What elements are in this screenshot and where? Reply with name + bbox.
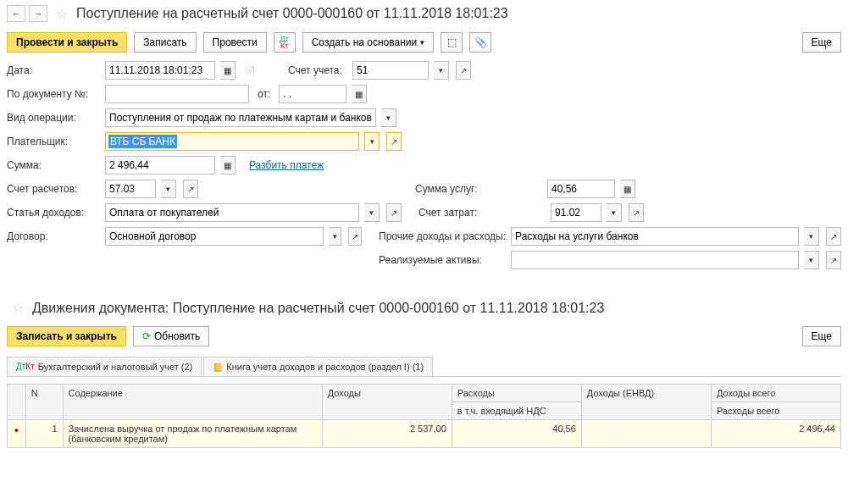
income-dropdown-icon[interactable]: ▾ bbox=[364, 203, 380, 222]
refresh-label: Обновить bbox=[154, 330, 200, 342]
assets-input[interactable] bbox=[511, 251, 799, 269]
income-label: Статья доходов: bbox=[7, 207, 100, 219]
assets-dropdown-icon[interactable]: ▾ bbox=[804, 251, 819, 269]
attachment-button[interactable]: 📎 bbox=[469, 32, 491, 53]
save-button[interactable]: Записать bbox=[134, 32, 196, 53]
create-based-label: Создать на основании bbox=[312, 36, 418, 48]
col-desc: Содержание bbox=[63, 385, 322, 420]
sum-label: Сумма: bbox=[7, 159, 100, 171]
mov-save-close-button[interactable]: Записать и закрыть bbox=[7, 326, 126, 346]
movements-title: Движения документа: Поступление на расче… bbox=[32, 301, 604, 316]
contract-ext-icon[interactable]: ↗ bbox=[348, 227, 362, 246]
movements-star-icon[interactable]: ☆ bbox=[12, 300, 24, 316]
date-label: Дата: bbox=[7, 64, 100, 76]
structure-button[interactable]: ⬚ bbox=[441, 32, 463, 53]
account-dropdown-icon[interactable]: ▾ bbox=[434, 61, 449, 80]
col-expense: Расходы bbox=[452, 385, 581, 402]
refresh-button[interactable]: ⟳ Обновить bbox=[133, 326, 209, 346]
payer-label: Плательщик: bbox=[7, 136, 100, 147]
row-bullet-icon: • bbox=[14, 424, 19, 437]
cost-acc-dropdown-icon[interactable]: ▾ bbox=[607, 203, 622, 222]
dtkt-button[interactable]: ДтКт bbox=[274, 32, 296, 53]
account-input[interactable] bbox=[352, 61, 429, 80]
from-calendar-icon[interactable]: ▦ bbox=[352, 85, 367, 103]
other-dropdown-icon[interactable]: ▾ bbox=[804, 227, 819, 246]
contract-dropdown-icon[interactable]: ▾ bbox=[329, 227, 342, 246]
account-label: Счет учета: bbox=[288, 64, 347, 76]
optype-label: Вид операции: bbox=[7, 112, 100, 124]
payer-dropdown-icon[interactable]: ▾ bbox=[364, 132, 380, 151]
cell-total: 2 496,44 bbox=[711, 420, 840, 448]
page-title: Поступление на расчетный счет 0000-00016… bbox=[76, 6, 508, 21]
refresh-icon: ⟳ bbox=[142, 330, 151, 342]
from-input[interactable] bbox=[279, 85, 346, 103]
settle-input[interactable] bbox=[105, 180, 156, 198]
book-icon: 📒 bbox=[213, 363, 223, 372]
payer-value: ВТБ СБ БАНК bbox=[108, 135, 177, 148]
optype-input[interactable] bbox=[105, 108, 376, 127]
account-ext-icon[interactable]: ↗ bbox=[456, 61, 471, 80]
from-label: от: bbox=[258, 88, 270, 100]
tab2-label: Книга учета доходов и расходов (раздел I… bbox=[226, 362, 424, 372]
cell-income: 2 537,00 bbox=[322, 420, 452, 448]
payer-input-wrapper[interactable]: ВТБ СБ БАНК bbox=[105, 132, 359, 151]
other-ext-icon[interactable]: ↗ bbox=[826, 227, 841, 246]
tab1-label: Бухгалтерский и налоговый учет (2) bbox=[38, 362, 193, 372]
favorite-star-icon[interactable]: ☆ bbox=[56, 6, 68, 22]
sum-calc-icon[interactable]: ▦ bbox=[220, 156, 236, 174]
contract-label: Договор: bbox=[7, 230, 100, 242]
date-ext-icon[interactable]: 📄 bbox=[242, 61, 258, 80]
docnum-input[interactable] bbox=[105, 85, 249, 103]
post-close-button[interactable]: Провести и закрыть bbox=[7, 32, 127, 53]
nav-back-button[interactable]: ← bbox=[7, 5, 25, 22]
optype-dropdown-icon[interactable]: ▾ bbox=[381, 108, 396, 127]
cell-expense: 40,56 bbox=[452, 420, 581, 448]
contract-input[interactable] bbox=[105, 227, 324, 246]
assets-label: Реализуемые активы: bbox=[379, 254, 506, 266]
cell-n: 1 bbox=[25, 420, 63, 448]
col-total: Доходы всего bbox=[711, 385, 840, 402]
income-input[interactable] bbox=[105, 203, 359, 222]
mov-more-button[interactable]: Еще bbox=[802, 326, 841, 346]
col-exp-total: Расходы всего bbox=[711, 402, 840, 420]
col-income: Доходы bbox=[322, 385, 452, 420]
settle-label: Счет расчетов: bbox=[7, 183, 100, 195]
sum-input[interactable] bbox=[105, 156, 215, 174]
docnum-label: По документу №: bbox=[7, 88, 100, 100]
service-sum-input[interactable] bbox=[547, 180, 615, 198]
table-row[interactable]: • 1 Зачислена выручка от продаж по плате… bbox=[8, 420, 841, 448]
dtkt-icon: ДтКт bbox=[16, 363, 35, 370]
cost-acc-label: Счет затрат: bbox=[418, 207, 546, 219]
col-n: N bbox=[25, 385, 63, 420]
payer-ext-icon[interactable]: ↗ bbox=[386, 132, 402, 151]
create-based-button[interactable]: Создать на основании ▾ bbox=[302, 32, 435, 53]
assets-ext-icon[interactable]: ↗ bbox=[826, 251, 841, 269]
more-button[interactable]: Еще bbox=[802, 32, 841, 53]
split-payment-link[interactable]: Разбить платеж bbox=[249, 159, 324, 171]
calendar-icon[interactable]: ▦ bbox=[220, 61, 236, 80]
cell-envd bbox=[581, 420, 711, 448]
income-ext-icon[interactable]: ↗ bbox=[386, 203, 402, 222]
date-input[interactable] bbox=[105, 61, 215, 80]
col-vat: в т.ч. входящий НДС bbox=[452, 402, 581, 420]
cost-acc-ext-icon[interactable]: ↗ bbox=[629, 203, 644, 222]
tab-accounting[interactable]: ДтКт Бухгалтерский и налоговый учет (2) bbox=[7, 357, 202, 376]
tab-income-book[interactable]: 📒 Книга учета доходов и расходов (раздел… bbox=[203, 357, 433, 376]
col-marker bbox=[8, 385, 26, 420]
movements-table: N Содержание Доходы Расходы Доходы (ЕНВД… bbox=[7, 384, 841, 448]
post-button[interactable]: Провести bbox=[203, 32, 267, 53]
settle-ext-icon[interactable]: ↗ bbox=[183, 180, 198, 198]
cell-desc: Зачислена выручка от продаж по платежным… bbox=[63, 420, 322, 448]
service-sum-label: Сумма услуг: bbox=[415, 183, 542, 195]
settle-dropdown-icon[interactable]: ▾ bbox=[161, 180, 176, 198]
cost-acc-input[interactable] bbox=[551, 203, 601, 222]
other-input[interactable] bbox=[511, 227, 799, 246]
service-sum-calc-icon[interactable]: ▦ bbox=[620, 180, 635, 198]
other-label: Прочие доходы и расходы: bbox=[379, 230, 506, 242]
col-envd: Доходы (ЕНВД) bbox=[581, 385, 711, 420]
nav-forward-button[interactable]: → bbox=[29, 5, 47, 22]
